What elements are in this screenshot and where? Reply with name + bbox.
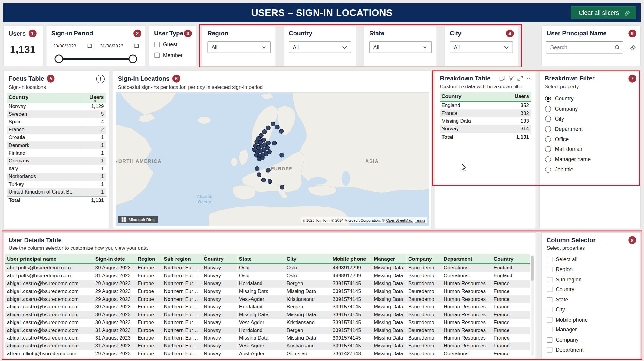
start-date-input[interactable]: 29/08/2023 xyxy=(51,41,94,50)
signin-location-dot[interactable] xyxy=(271,122,275,126)
column-header-users[interactable]: Users xyxy=(501,92,531,101)
search-input[interactable] xyxy=(550,44,614,51)
signin-location-dot[interactable] xyxy=(272,141,276,145)
focus-table-row[interactable]: France2 xyxy=(7,126,106,134)
end-date-input[interactable]: 31/08/2023 xyxy=(97,41,141,50)
column-header-country[interactable]: Country xyxy=(492,254,530,264)
upn-search-box[interactable] xyxy=(546,41,623,53)
focus-table-row[interactable]: United Kingdom of Great B...1 xyxy=(7,188,106,196)
radio-option-department[interactable]: Department xyxy=(540,124,640,134)
signin-location-dot[interactable] xyxy=(257,173,261,177)
radio-option-country[interactable]: Country xyxy=(540,93,640,103)
column-option-department[interactable]: Department xyxy=(542,345,640,355)
radio-option-office[interactable]: Office xyxy=(540,134,640,144)
signin-location-dot[interactable] xyxy=(261,138,266,142)
user-details-row[interactable]: abigail.castro@bsuredemo.com29 August 20… xyxy=(5,280,530,288)
column-option-country[interactable]: Country xyxy=(542,285,640,294)
column-option-city[interactable]: City xyxy=(542,304,640,314)
info-icon[interactable]: i xyxy=(96,75,105,83)
column-header-users[interactable]: Users▼ xyxy=(80,93,107,102)
column-header-country[interactable]: Country▲ xyxy=(202,254,238,264)
user-details-row[interactable]: abigail.castro@bsuredemo.com30 August 20… xyxy=(5,311,530,319)
column-header-manager[interactable]: Manager xyxy=(372,254,407,264)
column-header-region[interactable]: Region xyxy=(136,254,162,264)
focus-mode-icon[interactable] xyxy=(518,76,523,81)
user-details-row[interactable]: abigail.castro@bsuredemo.com31 August 20… xyxy=(5,334,530,342)
breakdown-table-row[interactable]: Missing Data133 xyxy=(440,117,531,125)
user-details-row[interactable]: abel.potts@bsuredemo.com30 August 2023Eu… xyxy=(5,264,530,272)
signin-location-dot[interactable] xyxy=(280,153,284,157)
copy-icon[interactable] xyxy=(499,76,505,81)
signin-location-dot[interactable] xyxy=(266,168,270,172)
region-dropdown[interactable]: All xyxy=(207,41,271,53)
radio-option-job-title[interactable]: Job title xyxy=(540,164,640,174)
focus-table-row[interactable]: Norway1,129 xyxy=(7,102,106,110)
signin-locations-map[interactable]: NORTH AMERICA EUROPE ASIA Atlantic Ocean xyxy=(116,92,429,226)
signin-location-dot[interactable] xyxy=(262,129,267,134)
user-type-option-guest[interactable]: Guest xyxy=(149,39,196,50)
focus-table-row[interactable]: Spain4 xyxy=(7,118,106,126)
user-details-row[interactable]: abigail.castro@bsuredemo.com31 August 20… xyxy=(5,342,530,350)
user-type-option-member[interactable]: Member xyxy=(149,50,196,60)
scrollbar-thumb[interactable] xyxy=(531,256,534,281)
filter-icon[interactable] xyxy=(508,76,514,81)
breakdown-table-row[interactable]: England352 xyxy=(440,101,531,109)
focus-table-row[interactable]: Germany1 xyxy=(7,157,106,165)
focus-table-row[interactable]: Finland1 xyxy=(7,149,106,157)
focus-table-row[interactable]: Sweden5 xyxy=(7,110,106,118)
user-details-row[interactable]: abram.elliott@bsuredemo.com29 August 202… xyxy=(5,350,530,358)
focus-table-row[interactable]: Croatia1 xyxy=(7,134,106,141)
column-option-region[interactable]: Region xyxy=(542,264,640,274)
column-header-user-principal-name[interactable]: User principal name xyxy=(5,254,94,264)
column-header-department[interactable]: Department xyxy=(442,254,492,264)
state-dropdown[interactable]: All xyxy=(369,41,432,53)
signin-location-dot[interactable] xyxy=(255,167,259,171)
column-header-country[interactable]: Country xyxy=(7,93,80,102)
column-header-city[interactable]: City xyxy=(285,254,331,264)
column-option-manager[interactable]: Manager xyxy=(542,325,640,335)
column-option-select-all[interactable]: Select all xyxy=(542,254,640,264)
user-details-row[interactable]: abigail.castro@bsuredemo.com29 August 20… xyxy=(5,288,530,295)
radio-option-mail-domain[interactable]: Mail domain xyxy=(540,144,640,154)
column-option-state[interactable]: State xyxy=(542,294,640,304)
focus-table-row[interactable]: Turkey1 xyxy=(7,180,106,188)
signin-location-dot[interactable] xyxy=(261,178,266,182)
user-details-row[interactable]: abel.potts@bsuredemo.com31 August 2023Eu… xyxy=(5,272,530,280)
eraser-icon[interactable] xyxy=(629,44,636,51)
user-details-row[interactable]: abigail.castro@bsuredemo.com30 August 20… xyxy=(5,319,530,327)
city-dropdown[interactable]: All xyxy=(450,41,513,53)
slider-handle-start[interactable] xyxy=(54,54,63,63)
radio-option-company[interactable]: Company xyxy=(540,104,640,114)
user-details-row[interactable]: abigail.castro@bsuredemo.com31 August 20… xyxy=(5,327,530,334)
breakdown-table-row[interactable]: France332 xyxy=(440,109,531,117)
column-header-mobile-phone[interactable]: Mobile phone xyxy=(331,254,372,264)
radio-option-city[interactable]: City xyxy=(540,114,640,124)
terms-link[interactable]: Terms xyxy=(415,218,425,223)
openstreetmap-link[interactable]: OpenStreetMap, xyxy=(386,218,413,223)
signin-location-dot[interactable] xyxy=(275,125,279,129)
column-option-sub-region[interactable]: Sub region xyxy=(542,275,640,285)
signin-location-dot[interactable] xyxy=(266,141,270,145)
column-option-mobile-phone[interactable]: Mobile phone xyxy=(542,315,640,325)
slider-handle-end[interactable] xyxy=(129,54,137,63)
focus-table-row[interactable]: Denmark1 xyxy=(7,141,106,149)
column-option-company[interactable]: Company xyxy=(542,335,640,345)
radio-option-manager-name[interactable]: Manager name xyxy=(540,154,640,164)
focus-table-row[interactable]: Netherlands1 xyxy=(7,173,106,180)
column-header-state[interactable]: State xyxy=(237,254,285,264)
user-details-row[interactable]: abigail.castro@bsuredemo.com29 August 20… xyxy=(5,295,530,303)
column-header-country[interactable]: Country xyxy=(440,92,501,101)
column-header-company[interactable]: Company xyxy=(407,254,442,264)
signin-location-dot[interactable] xyxy=(268,179,272,184)
signin-location-dot[interactable] xyxy=(266,126,270,130)
country-dropdown[interactable]: All xyxy=(289,41,351,53)
breakdown-table-row[interactable]: Norway314 xyxy=(440,125,531,133)
vertical-scrollbar[interactable] xyxy=(531,255,534,356)
more-options-icon[interactable] xyxy=(527,76,532,81)
signin-location-dot[interactable] xyxy=(279,129,284,133)
column-header-sub-region[interactable]: Sub region xyxy=(162,254,202,264)
clear-all-slicers-button[interactable]: Clear all slicers xyxy=(571,6,636,19)
focus-table-row[interactable]: Italy1 xyxy=(7,165,106,173)
signin-location-dot[interactable] xyxy=(265,145,269,150)
signin-location-dot[interactable] xyxy=(260,156,264,160)
